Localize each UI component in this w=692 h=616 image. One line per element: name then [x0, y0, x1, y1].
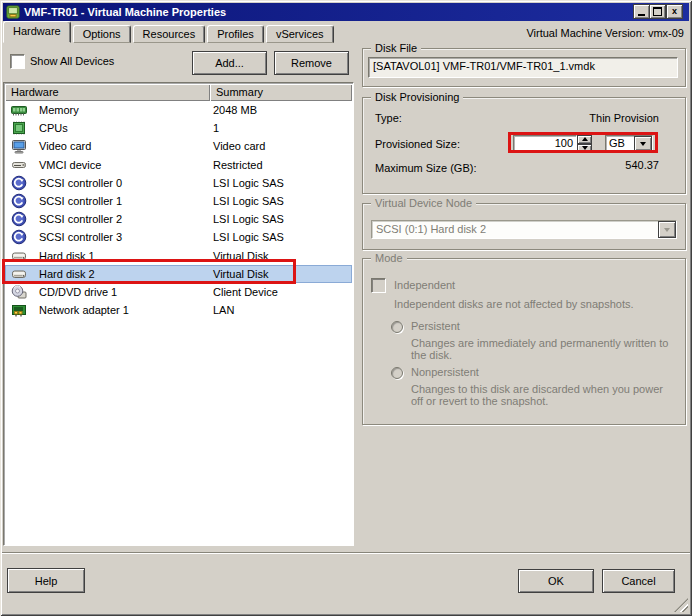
device-name: CD/DVD drive 1 — [39, 286, 213, 298]
tab-profiles[interactable]: Profiles — [207, 25, 264, 43]
virtual-device-node-group: Virtual Device Node SCSI (0:1) Hard disk… — [362, 203, 686, 250]
table-row[interactable]: SCSI controller 0LSI Logic SAS — [5, 174, 352, 192]
device-name: VMCI device — [39, 159, 213, 171]
memory-icon — [11, 102, 27, 118]
device-list: Hardware Summary Memory2048 MBCPUs1Video… — [3, 82, 354, 546]
independent-checkbox — [371, 278, 386, 293]
persistent-label: Persistent — [411, 320, 460, 332]
spin-down-icon[interactable] — [577, 144, 592, 153]
tab-options[interactable]: Options — [73, 25, 131, 43]
cancel-button[interactable]: Cancel — [602, 569, 675, 593]
tab-strip: HardwareOptionsResourcesProfilesvService… — [3, 22, 336, 43]
nonpersistent-description: Changes to this disk are discarded when … — [411, 383, 673, 407]
nonpersistent-label: Nonpersistent — [411, 366, 479, 378]
device-name: SCSI controller 1 — [39, 195, 213, 207]
scsi-controller-icon — [11, 211, 27, 227]
device-name: SCSI controller 0 — [39, 177, 213, 189]
type-label: Type: — [375, 112, 402, 124]
device-name: SCSI controller 3 — [39, 231, 213, 243]
mode-group: Mode Independent Independent disks are n… — [362, 258, 686, 425]
chevron-down-icon[interactable] — [634, 136, 652, 151]
tab-resources[interactable]: Resources — [133, 25, 206, 43]
device-summary: LAN — [213, 304, 352, 316]
show-all-devices-label: Show All Devices — [30, 55, 114, 67]
add-button[interactable]: Add... — [192, 51, 267, 75]
tab-vservices[interactable]: vServices — [266, 25, 334, 43]
scsi-controller-icon — [11, 193, 27, 209]
device-name: Hard disk 2 — [39, 268, 213, 280]
disk-file-group: Disk File [SATAVOL01] VMF-TR01/VMF-TR01_… — [362, 48, 686, 87]
maximize-icon[interactable] — [649, 4, 666, 19]
disk-file-path-field[interactable]: [SATAVOL01] VMF-TR01/VMF-TR01_1.vmdk — [368, 57, 678, 78]
device-summary: 1 — [213, 122, 352, 134]
spin-up-icon[interactable] — [577, 135, 592, 144]
window-title: VMF-TR01 - Virtual Machine Properties — [24, 6, 226, 18]
device-name: Network adapter 1 — [39, 304, 213, 316]
persistent-description: Changes are immediately and permanently … — [411, 337, 673, 361]
device-name: SCSI controller 2 — [39, 213, 213, 225]
device-summary: Restricted — [213, 159, 352, 171]
vm-version-label: Virtual Machine Version: vmx-09 — [526, 27, 684, 39]
virtual-device-node-dropdown: SCSI (0:1) Hard disk 2 — [371, 220, 677, 239]
device-name: CPUs — [39, 122, 213, 134]
maximum-size-value: 540.37 — [625, 159, 659, 171]
device-summary: Client Device — [213, 286, 352, 298]
show-all-devices-checkbox[interactable] — [10, 54, 25, 69]
device-summary: LSI Logic SAS — [213, 213, 352, 225]
minimize-icon[interactable] — [633, 4, 650, 19]
virtual-device-node-group-label: Virtual Device Node — [371, 197, 476, 209]
help-button[interactable]: Help — [7, 568, 85, 593]
device-rows: Memory2048 MBCPUs1Video cardVideo cardVM… — [5, 101, 352, 319]
table-row[interactable]: CD/DVD drive 1Client Device — [5, 283, 352, 301]
size-unit-value: GB — [606, 136, 634, 151]
independent-label: Independent — [394, 279, 455, 291]
size-unit-dropdown[interactable]: GB — [605, 135, 653, 152]
nonpersistent-radio — [391, 367, 403, 379]
scsi-controller-icon — [11, 175, 27, 191]
table-row[interactable]: SCSI controller 2LSI Logic SAS — [5, 210, 352, 228]
device-summary: Video card — [213, 140, 352, 152]
tab-hardware[interactable]: Hardware — [3, 21, 71, 43]
vm-icon — [6, 5, 20, 19]
provisioned-size-input[interactable]: 100 — [513, 135, 577, 152]
device-name: Hard disk 1 — [39, 250, 213, 262]
video-card-icon — [11, 138, 27, 154]
table-row[interactable]: Network adapter 1LAN — [5, 301, 352, 319]
table-row[interactable]: CPUs1 — [5, 119, 352, 137]
provisioned-size-spinner: 100 — [513, 135, 593, 152]
table-row[interactable]: Hard disk 1Virtual Disk — [5, 247, 352, 265]
resize-grip[interactable] — [674, 598, 688, 612]
vm-properties-window: VMF-TR01 - Virtual Machine Properties x … — [0, 0, 692, 616]
footer-divider — [2, 552, 690, 554]
device-name: Video card — [39, 140, 213, 152]
provisioned-size-label: Provisioned Size: — [375, 138, 460, 150]
remove-button[interactable]: Remove — [274, 51, 349, 75]
title-bar: VMF-TR01 - Virtual Machine Properties — [3, 3, 689, 21]
table-row[interactable]: Hard disk 2Virtual Disk — [5, 265, 352, 283]
device-summary: LSI Logic SAS — [213, 195, 352, 207]
ok-button[interactable]: OK — [518, 569, 594, 593]
table-row[interactable]: SCSI controller 3LSI Logic SAS — [5, 228, 352, 246]
table-row[interactable]: VMCI deviceRestricted — [5, 156, 352, 174]
scsi-controller-icon — [11, 229, 27, 245]
virtual-device-node-value: SCSI (0:1) Hard disk 2 — [372, 221, 658, 238]
disk-provisioning-group-label: Disk Provisioning — [371, 91, 463, 103]
type-value: Thin Provision — [589, 112, 659, 124]
device-summary: Virtual Disk — [213, 250, 352, 262]
table-row[interactable]: SCSI controller 1LSI Logic SAS — [5, 192, 352, 210]
device-summary: LSI Logic SAS — [213, 177, 352, 189]
hard-disk-icon — [11, 248, 27, 264]
table-row[interactable]: Video cardVideo card — [5, 137, 352, 155]
device-summary: 2048 MB — [213, 104, 352, 116]
column-header-hardware[interactable]: Hardware — [5, 84, 210, 101]
disk-file-group-label: Disk File — [371, 42, 421, 54]
table-row[interactable]: Memory2048 MB — [5, 101, 352, 119]
device-name: Memory — [39, 104, 213, 116]
independent-description: Independent disks are not affected by sn… — [394, 298, 634, 310]
cpu-icon — [11, 120, 27, 136]
close-icon[interactable]: x — [666, 4, 683, 19]
hard-disk-icon — [11, 266, 27, 282]
column-header-summary[interactable]: Summary — [210, 84, 352, 101]
mode-group-label: Mode — [371, 252, 407, 264]
network-adapter-icon — [11, 302, 27, 318]
